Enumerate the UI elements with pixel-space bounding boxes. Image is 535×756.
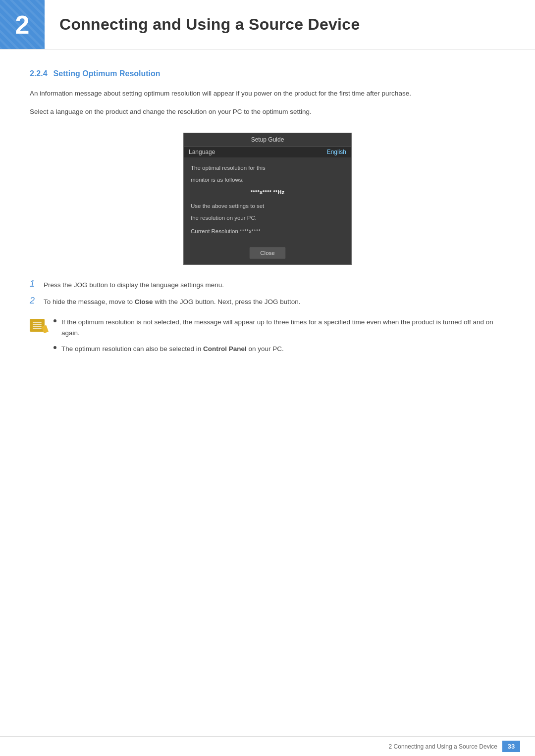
note-bullet-1-text: If the optimum resolution is not selecte… xyxy=(61,317,505,338)
dialog-language-bar: Language English xyxy=(184,147,351,157)
bullet-dot-2 xyxy=(54,346,56,349)
dialog-line1: The optimal resolution for this xyxy=(191,163,344,172)
dialog-close-button[interactable]: Close xyxy=(250,248,285,258)
chapter-number: 2 xyxy=(15,12,30,38)
header-title-area: Connecting and Using a Source Device xyxy=(45,0,535,49)
note-bullet-2: The optimum resolution can also be selec… xyxy=(54,344,505,354)
dialog-line3: Use the above settings to set xyxy=(191,202,344,210)
paragraph-2: Select a language on the product and cha… xyxy=(30,106,505,118)
dialog-illustration: Setup Guide Language English The optimal… xyxy=(30,133,505,265)
chapter-number-block: 2 xyxy=(0,0,45,49)
main-content: 2.2.4Setting Optimum Resolution An infor… xyxy=(0,50,535,389)
note-bullets: If the optimum resolution is not selecte… xyxy=(54,317,505,359)
step-2: 2 To hide the message, move to Close wit… xyxy=(30,297,505,307)
dialog-line2: monitor is as follows: xyxy=(191,175,344,184)
dialog-title: Setup Guide xyxy=(184,133,351,147)
note-bullet-2-text: The optimum resolution can also be selec… xyxy=(61,344,284,354)
dialog-close-btn-container: Close xyxy=(184,244,351,264)
section-number: 2.2.4 xyxy=(30,69,48,78)
step-2-number: 2 xyxy=(30,296,44,306)
note-icon xyxy=(30,318,48,336)
step-1-text: Press the JOG button to display the lang… xyxy=(44,280,224,291)
step-1: 1 Press the JOG button to display the la… xyxy=(30,280,505,291)
dialog-language-label: Language xyxy=(189,149,215,155)
footer-page-number: 33 xyxy=(502,741,520,752)
section-title: Setting Optimum Resolution xyxy=(54,69,160,78)
setup-guide-dialog: Setup Guide Language English The optimal… xyxy=(183,133,352,265)
footer-text: 2 Connecting and Using a Source Device xyxy=(389,743,497,750)
dialog-language-value: English xyxy=(327,149,346,155)
dialog-resolution: ****x**** **Hz xyxy=(191,188,344,197)
dialog-line4: the resolution on your PC. xyxy=(191,213,344,222)
dialog-current-resolution: Current Resolution ****x**** xyxy=(191,227,344,236)
page-title: Connecting and Using a Source Device xyxy=(59,15,360,34)
step-1-number: 1 xyxy=(30,279,44,289)
steps-list: 1 Press the JOG button to display the la… xyxy=(30,280,505,307)
note-bullet-1: If the optimum resolution is not selecte… xyxy=(54,317,505,338)
step-2-bold: Close xyxy=(135,298,153,305)
section-heading: 2.2.4Setting Optimum Resolution xyxy=(30,69,505,78)
bullet-dot-1 xyxy=(54,319,56,322)
dialog-body: The optimal resolution for this monitor … xyxy=(184,157,351,244)
note-section: If the optimum resolution is not selecte… xyxy=(30,317,505,359)
paragraph-1: An information message about setting opt… xyxy=(30,88,505,100)
page-header: 2 Connecting and Using a Source Device xyxy=(0,0,535,50)
step-2-text: To hide the message, move to Close with … xyxy=(44,297,301,307)
page-footer: 2 Connecting and Using a Source Device 3… xyxy=(0,736,535,756)
note-bold-control-panel: Control Panel xyxy=(203,345,247,353)
